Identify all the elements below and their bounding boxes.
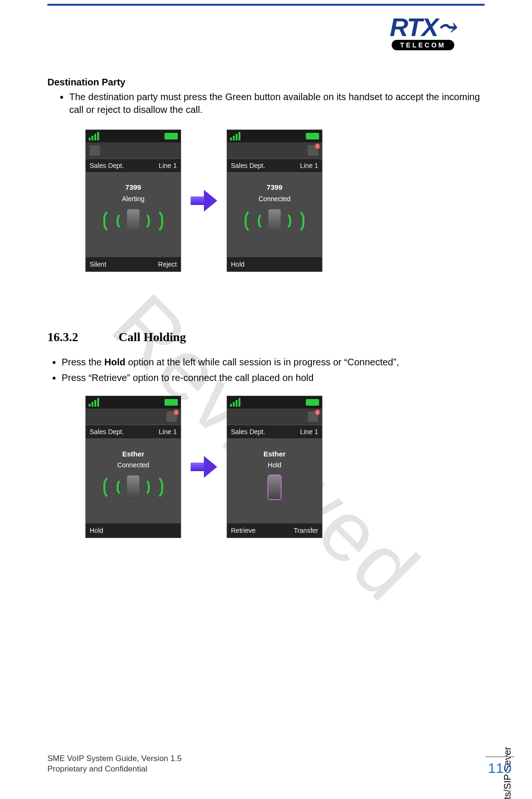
softkey-right[interactable]: Reject	[158, 260, 177, 269]
bullet-list-1: The destination party must press the Gre…	[47, 91, 485, 116]
footer-line-1: SME VoIP System Guide, Version 1.5	[47, 753, 182, 764]
text: Press the	[62, 357, 104, 367]
icon-bar	[227, 409, 322, 425]
softkey-left[interactable]: Silent	[90, 260, 106, 269]
call-body: 7399 Connected	[227, 173, 322, 244]
dept-label: Sales Dept.	[231, 161, 265, 170]
ringing-icon	[103, 208, 163, 234]
arrow-right-icon	[191, 190, 217, 212]
softkey-bar: Retrieve Transfer	[227, 523, 322, 538]
page-number: 110	[486, 756, 514, 776]
page-content: Destination Party The destination party …	[47, 76, 485, 538]
call-state: Connected	[258, 195, 291, 204]
title-bar: Sales Dept. Line 1	[227, 158, 322, 173]
signal-icon	[89, 132, 99, 140]
icon-bar	[86, 409, 181, 425]
logo-subtext: TELECOM	[392, 40, 454, 50]
softkey-left[interactable]: Hold	[231, 260, 245, 269]
status-bar	[227, 130, 322, 142]
icon-bar	[227, 142, 322, 158]
caller-id: Esther	[122, 449, 145, 459]
softkey-bar: Silent Reject	[86, 257, 181, 271]
arrow-right-icon	[191, 456, 217, 478]
call-state: Connected	[117, 461, 149, 470]
status-bar	[86, 396, 181, 409]
line-label: Line 1	[159, 427, 177, 437]
logo-swoosh-icon: ⤳	[438, 14, 456, 40]
screenshot-row-2: Sales Dept. Line 1 Esther Connected Hold	[85, 396, 485, 538]
battery-icon	[165, 399, 178, 406]
list-item: Press the Hold option at the left while …	[62, 356, 485, 369]
line-label: Line 1	[300, 427, 318, 437]
footer-text: SME VoIP System Guide, Version 1.5 Propr…	[47, 753, 182, 774]
softkey-bar: Hold	[227, 257, 322, 271]
title-bar: Sales Dept. Line 1	[86, 425, 181, 439]
handset-screen-alerting: Sales Dept. Line 1 7399 Alerting Silent …	[85, 130, 181, 272]
line-label: Line 1	[159, 161, 177, 170]
status-bar	[227, 396, 322, 409]
brand-logo: RTX ⤳ TELECOM	[361, 12, 485, 50]
dept-label: Sales Dept.	[90, 427, 124, 437]
text: option at the left while call session is…	[125, 357, 399, 367]
caller-id: 7399	[125, 183, 141, 192]
section-heading-destination: Destination Party	[47, 76, 485, 89]
caller-id: 7399	[266, 183, 282, 192]
softkey-right[interactable]: Transfer	[294, 526, 318, 535]
line-label: Line 1	[300, 161, 318, 170]
battery-icon	[165, 133, 178, 139]
battery-icon	[306, 399, 319, 406]
handset-screen-hold-esther: Sales Dept. Line 1 Esther Hold Retrieve …	[227, 396, 322, 538]
handset-icon	[268, 209, 281, 233]
signal-icon	[89, 398, 99, 407]
list-item: The destination party must press the Gre…	[69, 91, 485, 116]
softkey-left[interactable]: Retrieve	[231, 526, 256, 535]
softkey-bar: Hold	[86, 523, 181, 538]
status-bar	[86, 130, 181, 142]
title-bar: Sales Dept. Line 1	[86, 158, 181, 173]
screenshot-row-1: Sales Dept. Line 1 7399 Alerting Silent …	[85, 130, 485, 272]
logo-text: RTX	[390, 12, 438, 42]
softkey-left[interactable]: Hold	[90, 526, 103, 535]
section-title: Call Holding	[119, 330, 186, 344]
call-body: 7399 Alerting	[86, 173, 181, 244]
handset-screen-connected-esther: Sales Dept. Line 1 Esther Connected Hold	[85, 396, 181, 538]
call-state: Alerting	[122, 195, 144, 204]
header-rule	[47, 4, 485, 6]
status-icon	[308, 411, 318, 422]
dept-label: Sales Dept.	[90, 161, 124, 170]
bullet-list-2: Press the Hold option at the left while …	[47, 356, 485, 384]
hold-icon	[245, 474, 304, 500]
active-call-icon	[103, 474, 163, 500]
status-icon	[166, 411, 177, 422]
battery-icon	[306, 133, 319, 139]
handset-screen-connected: Sales Dept. Line 1 7399 Connected Hold	[227, 130, 322, 272]
handset-icon	[127, 475, 139, 499]
signal-icon	[230, 398, 240, 407]
status-icon	[90, 145, 100, 156]
hold-keyword: Hold	[104, 357, 125, 367]
footer-line-2: Proprietary and Confidential	[47, 764, 182, 774]
status-icon	[308, 145, 318, 156]
icon-bar	[86, 142, 181, 158]
handset-icon	[127, 209, 139, 233]
caller-id: Esther	[264, 449, 286, 459]
section-heading-call-holding: 16.3.2Call Holding	[47, 329, 485, 345]
handset-icon	[268, 475, 281, 499]
list-item: Press “Retrieve” option to re-connect th…	[62, 372, 485, 384]
dept-label: Sales Dept.	[231, 427, 265, 437]
section-number: 16.3.2	[47, 329, 119, 345]
call-body: Esther Hold	[227, 439, 322, 510]
signal-icon	[230, 132, 240, 140]
title-bar: Sales Dept. Line 1	[227, 425, 322, 439]
call-state: Hold	[268, 461, 282, 470]
call-body: Esther Connected	[86, 439, 181, 510]
active-call-icon	[245, 208, 304, 234]
